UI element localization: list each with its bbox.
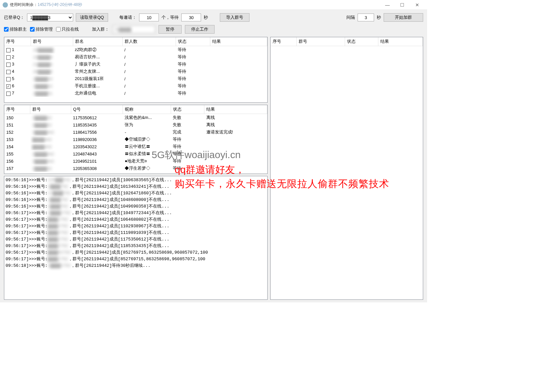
table-row[interactable]: 62▓▓▓▓42手机注册接.../等待 [4, 82, 267, 90]
table-row[interactable]: 153▓▓▓▓4421198920036◆空城旧梦◇等待 [4, 136, 267, 143]
log-text: 09:56:16]>>>账号:139▓▓▓702，群号[262119442]成员… [4, 176, 267, 299]
exclude-owner-checkbox[interactable]: 排除群主 [4, 26, 27, 32]
col-header[interactable]: 群人数 [122, 37, 176, 46]
interval-input[interactable] [358, 14, 374, 21]
col-header[interactable]: 群名 [73, 37, 122, 46]
log-panel[interactable]: 09:56:16]>>>账号:139▓▓▓702，群号[262119442]成员… [4, 176, 268, 300]
row-checkbox[interactable] [6, 77, 11, 81]
qq-selector[interactable]: 1▓▓▓▓▓3 [27, 14, 73, 21]
read-login-button[interactable]: 读取登录QQ [76, 13, 108, 22]
table-row[interactable]: 1562▓▓▓▓4421204952101●地老天荒¤等待 [4, 157, 267, 165]
col-header[interactable]: 序号 [4, 37, 31, 46]
col-header[interactable]: 群号 [31, 37, 73, 46]
member-table: 序号群号Q号昵称状态结果 1502▓▓▓▓421175350612浅紫色的&m.… [4, 105, 267, 172]
table-row[interactable]: 1572▓▓▓▓421205365308◆浮生若梦◇等待 [4, 165, 267, 172]
table-row[interactable]: 210▓▓▓▓8易语言软件.../等待 [4, 53, 267, 61]
col-header[interactable]: 序号 [4, 105, 30, 114]
col-header[interactable]: 状态 [345, 37, 378, 46]
table-row[interactable]: 52▓▓▓▓932011级服装1班/等待 [4, 75, 267, 82]
join-group-label: 加入群： [92, 26, 109, 32]
table-row[interactable]: 321▓▓▓▓0丿壞孩子的天/等待 [4, 61, 267, 68]
col-header[interactable]: 结果 [378, 37, 423, 46]
table-row[interactable]: 118▓▓▓▓▓zZ吃肉群②/等待 [4, 46, 267, 54]
row-checkbox[interactable] [6, 48, 11, 52]
unit-wait-label: 个，等待 [161, 14, 179, 20]
col-header[interactable]: 群号 [297, 37, 345, 46]
close-button[interactable]: ✕ [410, 0, 424, 10]
interval-label: 间隔 [346, 14, 355, 20]
table-row[interactable]: 1552▓▓▓▓4421204874843〓似水柔情〓等待 [4, 150, 267, 157]
result-panel[interactable]: 序号群号状态结果 [270, 37, 423, 300]
row-checkbox[interactable] [6, 92, 11, 96]
result-table: 序号群号状态结果 [271, 37, 423, 46]
exclude-admin-checkbox[interactable]: 排除管理 [30, 26, 53, 32]
table-row[interactable]: 72▓▓▓▓01北外通信电/等待 [4, 90, 267, 97]
table-row[interactable]: 426▓▓▓▓6常州之友牌.../等待 [4, 68, 267, 75]
group-list-panel[interactable]: 序号群号群名群人数状态结果 118▓▓▓▓▓zZ吃肉群②/等待210▓▓▓▓8易… [4, 37, 268, 103]
row-checkbox[interactable] [6, 63, 11, 67]
logged-in-label: 已登录Q： [4, 14, 24, 20]
table-row[interactable]: 1512▓▓▓▓421185353435张为失败离线 [4, 121, 267, 128]
toolbar-row1: 已登录Q： 1▓▓▓▓▓3 读取登录QQ 每邀请： 个，等待 秒 导入群号 间隔… [0, 10, 427, 24]
invite-count-input[interactable] [139, 14, 159, 21]
col-header[interactable]: Q号 [71, 105, 123, 114]
app-icon [3, 2, 8, 8]
seconds-label: 秒 [204, 14, 208, 20]
col-header[interactable]: 结果 [210, 37, 267, 46]
row-checkbox[interactable] [6, 55, 11, 60]
window-title: 使用时间剩余：145275小时-20分钟-48秒 [10, 2, 380, 8]
pause-button[interactable]: 暂停 [159, 25, 182, 34]
stop-button[interactable]: 停止工作 [185, 25, 215, 34]
col-header[interactable]: 状态 [176, 37, 210, 46]
group-table: 序号群号群名群人数状态结果 118▓▓▓▓▓zZ吃肉群②/等待210▓▓▓▓8易… [4, 37, 267, 97]
row-checkbox[interactable] [6, 70, 11, 74]
col-header[interactable]: 结果 [204, 105, 267, 114]
table-row[interactable]: 154▓▓▓▓4421203543022〓云中谁忆〓等待 [4, 143, 267, 150]
start-join-button[interactable]: 开始加群 [384, 13, 423, 22]
col-header[interactable]: 序号 [271, 37, 297, 46]
each-invite-label: 每邀请： [119, 14, 136, 20]
interval-seconds-label: 秒 [377, 14, 381, 20]
minimize-button[interactable]: — [380, 0, 395, 10]
only-online-checkbox[interactable]: 只拉在线 [56, 26, 79, 32]
maximize-button[interactable]: ☐ [395, 0, 410, 10]
col-header[interactable]: 群号 [30, 105, 71, 114]
col-header[interactable]: 昵称 [123, 105, 171, 114]
row-checkbox[interactable] [6, 84, 11, 89]
col-header[interactable]: 状态 [171, 105, 204, 114]
join-group-input[interactable] [112, 25, 155, 33]
table-row[interactable]: 1522▓▓▓▓4421186417556-完成邀请发送完成! [4, 128, 267, 136]
member-list-panel[interactable]: 序号群号Q号昵称状态结果 1502▓▓▓▓421175350612浅紫色的&m.… [4, 105, 268, 174]
toolbar-row2: 排除群主 排除管理 只拉在线 加入群： 暂停 停止工作 [0, 24, 427, 37]
titlebar: 使用时间剩余：145275小时-20分钟-48秒 — ☐ ✕ [0, 0, 427, 10]
import-group-button[interactable]: 导入群号 [220, 13, 249, 22]
wait-seconds-input[interactable] [181, 14, 201, 21]
table-row[interactable]: 1502▓▓▓▓421175350612浅紫色的&m...失败离线 [4, 114, 267, 122]
